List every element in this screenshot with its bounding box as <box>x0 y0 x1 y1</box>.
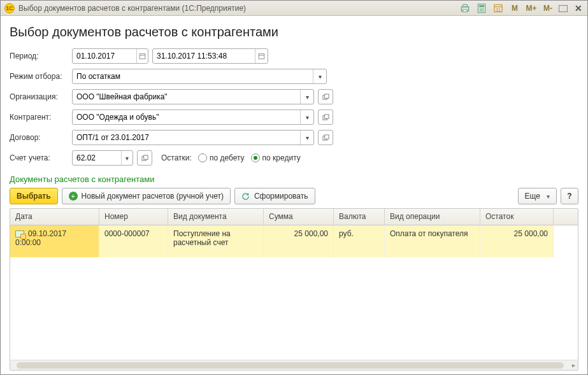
balance-debit-radio[interactable]: по дебету <box>198 153 245 162</box>
document-icon <box>15 230 24 237</box>
calendar-icon[interactable]: 31 <box>492 3 504 14</box>
svg-point-5 <box>480 8 481 10</box>
svg-rect-14 <box>140 53 145 59</box>
more-button[interactable]: Еще <box>518 188 557 204</box>
svg-rect-25 <box>143 155 147 159</box>
form-button[interactable]: Сформировать <box>234 188 315 204</box>
print-icon[interactable] <box>459 3 471 14</box>
radio-icon <box>198 153 207 162</box>
col-operation-header[interactable]: Вид операции <box>385 209 480 225</box>
window-root: 1C Выбор документов расчетов с контраген… <box>0 0 588 375</box>
scrollbar-thumb[interactable] <box>17 362 564 369</box>
balance-credit-radio[interactable]: по кредиту <box>251 153 301 162</box>
mode-label: Режим отбора: <box>10 72 68 81</box>
help-button-label: ? <box>567 192 571 201</box>
contract-label: Договор: <box>10 133 68 142</box>
table-row[interactable]: 09.10.2017 0:00:00 0000-000007 Поступлен… <box>10 225 578 257</box>
svg-rect-23 <box>324 134 328 138</box>
svg-rect-19 <box>324 94 328 97</box>
documents-grid: Дата Номер Вид документа Сумма Валюта Ви… <box>10 208 578 371</box>
svg-point-9 <box>481 10 482 11</box>
col-number-header[interactable]: Номер <box>99 209 168 225</box>
period-to-input[interactable] <box>153 49 255 63</box>
account-label: Счет учета: <box>10 153 68 162</box>
period-to-field[interactable] <box>152 48 268 64</box>
memory-mplus-button[interactable]: M+ <box>526 3 537 14</box>
calendar-picker-icon[interactable] <box>255 49 268 63</box>
chevron-down-icon[interactable]: ▾ <box>121 151 133 165</box>
select-button-label: Выбрать <box>17 192 51 201</box>
titlebar: 1C Выбор документов расчетов с контраген… <box>1 1 587 16</box>
window-close-icon[interactable]: ✕ <box>573 3 584 14</box>
account-field[interactable]: ▾ <box>72 150 133 166</box>
open-reference-icon[interactable] <box>318 130 333 145</box>
org-value[interactable] <box>73 90 300 104</box>
col-currency-header[interactable]: Валюта <box>334 209 385 225</box>
grid-toolbar: Выбрать + Новый документ расчетов (ручно… <box>10 188 578 204</box>
cell-currency[interactable]: руб. <box>334 225 385 257</box>
window-restore-icon[interactable] <box>559 5 568 12</box>
svg-point-7 <box>482 8 484 10</box>
svg-point-8 <box>480 10 481 11</box>
plus-icon: + <box>69 192 78 201</box>
open-reference-icon[interactable] <box>318 110 333 125</box>
contract-value[interactable] <box>73 131 300 145</box>
period-label: Период: <box>10 52 68 60</box>
scroll-right-icon[interactable]: ▸ <box>572 362 575 369</box>
memory-m-button[interactable]: M <box>509 3 520 14</box>
open-reference-icon[interactable] <box>318 89 333 104</box>
window-title: Выбор документов расчетов с контрагентам… <box>18 4 246 13</box>
svg-rect-4 <box>479 4 484 6</box>
cell-sum[interactable]: 25 000,00 <box>264 225 334 257</box>
cell-doctype[interactable]: Поступление на расчетный счет <box>168 225 264 257</box>
cell-date[interactable]: 09.10.2017 0:00:00 <box>10 225 99 257</box>
section-title: Документы расчетов с контрагентами <box>10 174 578 184</box>
grid-body[interactable]: 09.10.2017 0:00:00 0000-000007 Поступлен… <box>10 225 578 360</box>
col-date-header[interactable]: Дата <box>10 209 99 225</box>
chevron-down-icon[interactable]: ▾ <box>313 69 326 83</box>
grid-header: Дата Номер Вид документа Сумма Валюта Ви… <box>10 209 578 225</box>
partner-label: Контрагент: <box>10 113 68 122</box>
chevron-down-icon[interactable]: ▾ <box>300 131 313 145</box>
svg-rect-1 <box>463 4 468 6</box>
svg-rect-16 <box>259 53 264 59</box>
contract-field[interactable]: ▾ <box>72 130 314 145</box>
org-field[interactable]: ▾ <box>72 89 314 104</box>
period-from-field[interactable] <box>72 48 148 64</box>
svg-point-6 <box>481 8 482 10</box>
radio-icon <box>251 153 260 162</box>
app-logo-icon: 1C <box>4 3 15 13</box>
mode-value[interactable] <box>73 69 313 83</box>
mode-select[interactable]: ▾ <box>72 69 327 84</box>
chevron-down-icon[interactable]: ▾ <box>300 90 313 104</box>
cell-balance[interactable]: 25 000,00 <box>480 225 554 257</box>
open-reference-icon[interactable] <box>137 150 152 166</box>
balance-label: Остатки: <box>161 153 192 162</box>
col-sum-header[interactable]: Сумма <box>264 209 334 225</box>
account-value[interactable] <box>73 151 121 165</box>
org-label: Организация: <box>10 92 68 101</box>
period-from-input[interactable] <box>73 49 136 63</box>
page-title: Выбор документов расчетов с контрагентам… <box>10 25 578 39</box>
new-document-button[interactable]: + Новый документ расчетов (ручной учет) <box>62 188 231 204</box>
balance-credit-label: по кредиту <box>262 153 301 162</box>
svg-rect-2 <box>463 10 468 11</box>
select-button[interactable]: Выбрать <box>10 188 58 204</box>
horizontal-scrollbar[interactable]: ▸ <box>10 360 578 370</box>
col-balance-header[interactable]: Остаток <box>480 209 554 225</box>
svg-text:31: 31 <box>496 7 501 11</box>
calendar-picker-icon[interactable] <box>136 49 148 63</box>
cell-operation[interactable]: Оплата от покупателя <box>385 225 480 257</box>
memory-mminus-button[interactable]: M- <box>542 3 554 14</box>
col-doctype-header[interactable]: Вид документа <box>168 209 264 225</box>
new-document-label: Новый документ расчетов (ручной учет) <box>82 192 224 201</box>
calc-icon[interactable] <box>476 3 487 14</box>
help-button[interactable]: ? <box>561 188 578 204</box>
partner-field[interactable]: ▾ <box>72 110 314 125</box>
chevron-down-icon[interactable]: ▾ <box>300 110 313 124</box>
cell-number[interactable]: 0000-000007 <box>99 225 168 257</box>
balance-debit-label: по дебету <box>210 153 245 162</box>
svg-rect-21 <box>324 114 328 118</box>
refresh-icon <box>241 192 250 201</box>
partner-value[interactable] <box>73 110 300 124</box>
